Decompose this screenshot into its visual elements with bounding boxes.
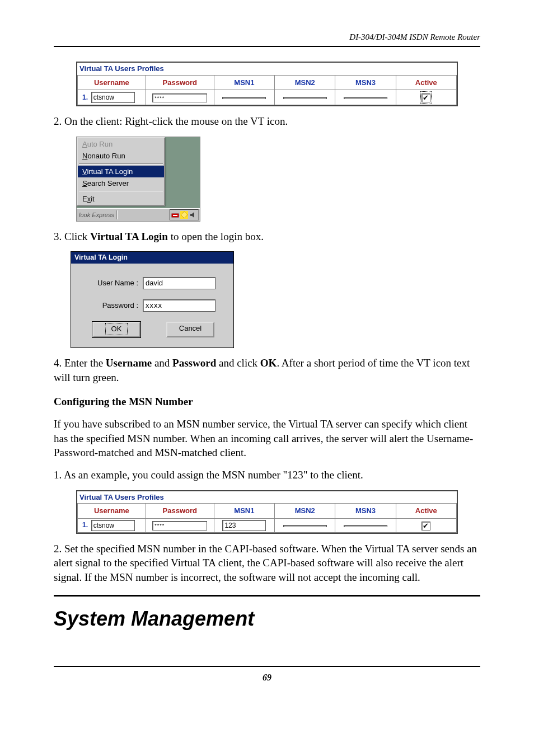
msn1-input[interactable] [222, 97, 266, 99]
tray-icon[interactable] [171, 211, 179, 219]
login-username-input[interactable]: david [143, 277, 216, 289]
doc-header-text: DI-304/DI-304M ISDN Remote Router [54, 31, 480, 43]
svg-marker-3 [190, 212, 194, 218]
msn-paragraph: If you have subscribed to an MSN number … [54, 417, 480, 460]
context-menu: Auto Run Nonauto Run Virtual TA Login Se… [77, 137, 165, 206]
col-password: Password [146, 75, 214, 90]
system-tray [170, 209, 199, 220]
col-msn2: MSN2 [275, 504, 335, 519]
login-dialog-title: Virtual TA Login [71, 252, 233, 264]
profiles-table-2-caption: Virtual TA Users Profiles [77, 491, 457, 504]
password-input[interactable]: **** [152, 93, 207, 102]
username-label: User Name : [82, 278, 143, 288]
step4-text: 4. Enter the Username and Password and c… [54, 356, 480, 384]
table-row: 1. ctsnow **** [78, 90, 457, 105]
username-input[interactable]: ctsnow [91, 520, 135, 531]
col-msn1: MSN1 [214, 75, 274, 90]
col-username: Username [78, 504, 146, 519]
login-dialog: Virtual TA Login User Name : david Passw… [71, 251, 234, 348]
context-menu-screenshot: Auto Run Nonauto Run Virtual TA Login Se… [76, 137, 200, 222]
col-msn3: MSN3 [335, 75, 396, 90]
profiles-table-1-caption: Virtual TA Users Profiles [77, 63, 457, 75]
row-index: 1. [82, 521, 88, 529]
section-title: System Management [54, 605, 480, 633]
svg-rect-1 [173, 215, 177, 216]
msn-step1: 1. As an example, you could assign the M… [54, 468, 480, 482]
section-rule [54, 595, 480, 597]
msn3-input[interactable] [344, 97, 387, 99]
col-password: Password [146, 504, 214, 519]
col-active: Active [396, 504, 456, 519]
step2-text: 2. On the client: Right-click the mouse … [54, 114, 480, 129]
speaker-icon[interactable] [189, 211, 197, 219]
msn2-input[interactable] [283, 525, 327, 527]
login-password-input[interactable]: xxxx [143, 299, 216, 312]
menu-search-server[interactable]: Search Server [78, 177, 164, 190]
profiles-table-1: Virtual TA Users Profiles Username Passw… [76, 62, 458, 106]
col-msn2: MSN2 [275, 75, 335, 90]
cancel-button[interactable]: Cancel [166, 322, 214, 337]
msn2-input[interactable] [283, 97, 327, 99]
taskbar: look Express [77, 208, 200, 221]
msn3-input[interactable] [344, 525, 387, 527]
menu-separator [79, 191, 163, 192]
taskbar-app[interactable]: look Express [78, 210, 114, 220]
msn-heading: Configuring the MSN Number [54, 395, 480, 409]
menu-separator [79, 163, 163, 165]
msn-step2: 2. Set the specified MSN number in the C… [54, 542, 480, 585]
page-number: 69 [54, 672, 480, 684]
menu-virtual-ta-login[interactable]: Virtual TA Login [78, 166, 164, 178]
doc-header-rule [54, 46, 480, 47]
table-row: 1. ctsnow **** 123 [78, 518, 457, 532]
menu-nonauto-run[interactable]: Nonauto Run [78, 150, 164, 162]
step3-text: 3. Click Virtual TA Login to open the lo… [54, 229, 480, 244]
ok-button[interactable]: OK [92, 322, 140, 337]
menu-exit[interactable]: Exit [78, 193, 164, 205]
row-index: 1. [82, 93, 88, 101]
active-checkbox[interactable] [421, 93, 430, 102]
password-label: Password : [82, 300, 143, 311]
menu-auto-run[interactable]: Auto Run [78, 138, 164, 151]
username-input[interactable]: ctsnow [91, 92, 135, 103]
active-checkbox[interactable] [421, 522, 430, 530]
vt-icon[interactable] [180, 211, 188, 219]
col-username: Username [78, 75, 146, 90]
col-active: Active [396, 75, 456, 90]
password-input[interactable]: **** [152, 521, 207, 530]
col-msn1: MSN1 [214, 504, 274, 519]
doc-footer-rule [54, 666, 480, 667]
col-msn3: MSN3 [335, 504, 396, 519]
profiles-table-2: Virtual TA Users Profiles Username Passw… [76, 490, 458, 534]
msn1-input[interactable]: 123 [222, 520, 266, 531]
